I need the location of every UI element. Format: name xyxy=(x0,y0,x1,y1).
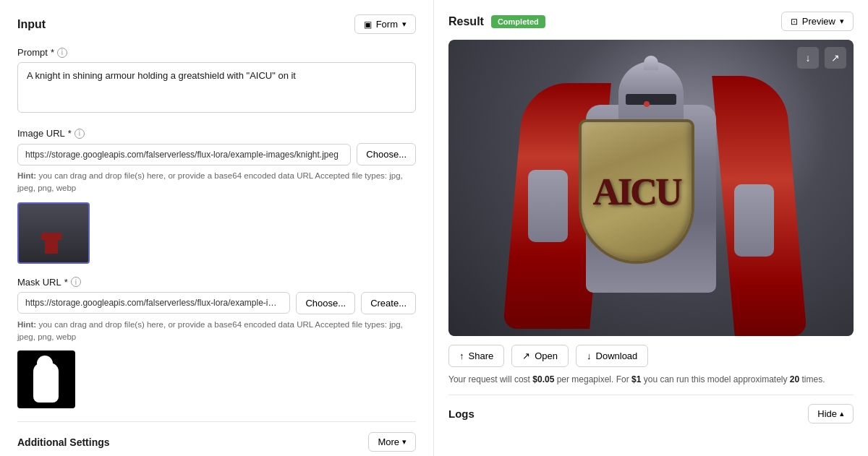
cost-times: 20 xyxy=(790,374,799,384)
image-actions-overlay: ↓ ↗ xyxy=(797,47,846,69)
share-button[interactable]: ↑ Share xyxy=(448,345,504,367)
prompt-info-icon[interactable]: i xyxy=(57,48,67,58)
cost-per-megapixel: $0.05 xyxy=(532,374,554,384)
download-button[interactable]: ↓ Download xyxy=(576,345,648,367)
image-url-label: Image URL* i xyxy=(17,128,416,139)
image-preview-thumbnail xyxy=(17,202,90,264)
mask-url-choose-button[interactable]: Choose... xyxy=(296,292,355,314)
logs-title: Logs xyxy=(448,408,475,420)
result-title: Result Completed xyxy=(448,15,545,28)
open-icon: ↗ xyxy=(522,350,530,361)
additional-settings-title: Additional Settings xyxy=(17,436,110,448)
image-url-hint: Hint: you can drag and drop file(s) here… xyxy=(17,170,416,195)
preview-button-label: Preview xyxy=(802,16,835,27)
additional-settings-section: Additional Settings More ▾ Customize you… xyxy=(17,421,416,456)
action-buttons: ↑ Share ↗ Open ↓ Download xyxy=(448,345,854,367)
left-panel: Input ▣ Form ▾ Prompt* i A knight in shi… xyxy=(0,0,434,456)
cost-dollar: $1 xyxy=(631,374,641,384)
mask-url-row: Choose... Create... xyxy=(17,292,416,314)
result-header: Result Completed ⊡ Preview ▾ xyxy=(448,12,854,31)
image-url-row: Choose... xyxy=(17,143,416,165)
result-image-container: AICU ↓ ↗ xyxy=(448,40,854,336)
mask-url-create-button[interactable]: Create... xyxy=(361,292,416,314)
open-button[interactable]: ↗ Open xyxy=(511,345,569,367)
image-url-choose-button[interactable]: Choose... xyxy=(357,143,416,165)
hide-button-label: Hide xyxy=(817,408,837,419)
form-button-label: Form xyxy=(376,19,398,30)
logs-section: Logs Hide ▴ xyxy=(448,395,854,423)
more-chevron-down-icon: ▾ xyxy=(402,437,407,447)
download-icon: ↓ xyxy=(587,350,592,361)
mask-url-info-icon[interactable]: i xyxy=(71,277,81,287)
image-external-open-button[interactable]: ↗ xyxy=(825,47,846,69)
external-link-icon: ↗ xyxy=(831,52,840,64)
prompt-section: Prompt* i A knight in shining armour hol… xyxy=(17,47,416,115)
completed-badge: Completed xyxy=(491,15,545,28)
panel-title: Input xyxy=(17,18,46,31)
form-button[interactable]: ▣ Form ▾ xyxy=(354,14,416,34)
preview-chevron-down-icon: ▾ xyxy=(840,17,844,26)
image-url-info-icon[interactable]: i xyxy=(75,129,85,139)
mask-url-input[interactable] xyxy=(17,292,290,314)
hide-button[interactable]: Hide ▴ xyxy=(808,404,854,423)
cost-text: Your request will cost $0.05 per megapix… xyxy=(448,374,854,384)
share-icon: ↑ xyxy=(459,350,464,361)
mask-url-hint: Hint: you can drag and drop file(s) here… xyxy=(17,319,416,344)
mask-preview-thumbnail xyxy=(17,350,75,408)
form-icon: ▣ xyxy=(364,20,372,30)
prompt-label: Prompt* i xyxy=(17,47,416,58)
right-panel: Result Completed ⊡ Preview ▾ xyxy=(434,0,868,456)
chevron-down-icon: ▾ xyxy=(402,20,407,29)
image-download-button[interactable]: ↓ xyxy=(797,47,819,69)
download-overlay-icon: ↓ xyxy=(806,52,811,64)
more-button-label: More xyxy=(378,436,399,447)
panel-header: Input ▣ Form ▾ xyxy=(17,14,416,34)
prompt-textarea[interactable]: A knight in shining armour holding a gre… xyxy=(17,62,416,113)
preview-button[interactable]: ⊡ Preview ▾ xyxy=(781,12,854,31)
image-url-section: Image URL* i Choose... Hint: you can dra… xyxy=(17,128,416,264)
mask-url-section: Mask URL* i Choose... Create... Hint: yo… xyxy=(17,277,416,409)
hide-chevron-up-icon: ▴ xyxy=(840,409,844,418)
preview-icon: ⊡ xyxy=(791,17,798,27)
mask-url-label: Mask URL* i xyxy=(17,277,416,288)
more-button[interactable]: More ▾ xyxy=(368,432,416,452)
image-url-input[interactable] xyxy=(17,144,351,165)
additional-settings-header: Additional Settings More ▾ xyxy=(17,421,416,452)
mask-shape xyxy=(33,363,59,403)
